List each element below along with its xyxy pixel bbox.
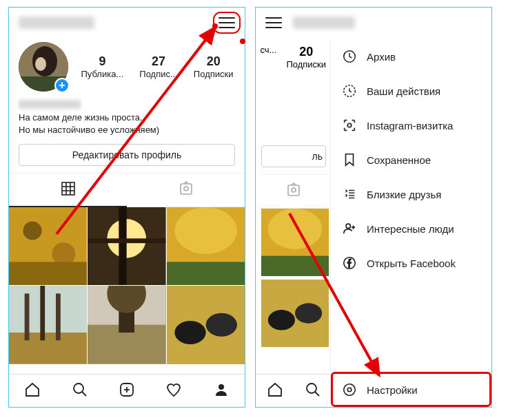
post-thumbnail[interactable] (88, 286, 165, 364)
svg-line-35 (82, 392, 86, 396)
stat-following[interactable]: 20 Подписки (286, 45, 326, 70)
svg-point-10 (184, 187, 188, 191)
menu-saved[interactable]: Сохраненное (331, 143, 491, 177)
menu-label: Сохраненное (367, 154, 431, 166)
menu-label: Близкие друзья (367, 189, 441, 200)
stat-posts[interactable]: 9 Публика... (81, 54, 124, 79)
add-story-icon[interactable]: + (54, 78, 70, 93)
svg-rect-24 (25, 294, 30, 341)
nametag-icon (342, 118, 357, 133)
hamburger-menu-icon[interactable] (219, 17, 235, 28)
tab-tagged-partial[interactable] (261, 174, 326, 209)
stat-posts-count: 9 (81, 54, 124, 69)
tab-grid[interactable] (9, 174, 127, 207)
svg-rect-18 (88, 238, 165, 243)
posts-grid (9, 207, 245, 364)
bio: На самом деле жизнь проста. Но мы настой… (9, 94, 245, 144)
svg-point-59 (344, 384, 356, 396)
menu-label: Архив (367, 51, 396, 63)
svg-line-62 (315, 392, 319, 396)
stat-posts-label: Публика... (81, 69, 124, 79)
svg-point-32 (174, 321, 205, 344)
username-blurred (19, 17, 94, 29)
archive-icon (342, 49, 357, 64)
bottom-nav (9, 374, 245, 407)
svg-point-61 (307, 384, 316, 393)
svg-rect-4 (62, 182, 74, 195)
nav-add[interactable] (119, 381, 135, 401)
stat-following[interactable]: 20 Подписки (194, 54, 234, 79)
menu-label: Открыть Facebook (367, 258, 456, 269)
nav-search[interactable] (72, 381, 88, 401)
post-thumbnail[interactable] (9, 286, 87, 364)
svg-rect-9 (181, 184, 192, 194)
hamburger-menu-icon[interactable] (265, 17, 282, 28)
post-thumbnail[interactable] (261, 209, 329, 279)
stat-following-count: 20 (194, 54, 234, 69)
menu-settings[interactable]: Настройки (331, 372, 491, 407)
menu-close-friends[interactable]: Близкие друзья (331, 177, 491, 211)
stats: 9 Публика... 27 Подпис... 20 Подписки (79, 54, 235, 79)
menu-activity[interactable]: Ваши действия (331, 74, 491, 108)
post-thumbnail[interactable] (9, 207, 87, 285)
svg-rect-23 (9, 333, 87, 364)
tagged-icon (178, 180, 194, 197)
header (9, 8, 245, 38)
edit-profile-partial[interactable]: ль (261, 145, 326, 167)
svg-point-46 (268, 310, 295, 330)
svg-point-60 (347, 388, 352, 392)
menu-discover[interactable]: Интересные люди (331, 211, 491, 246)
menu-archive[interactable]: Архив (331, 39, 491, 74)
svg-rect-14 (9, 262, 87, 285)
svg-point-33 (205, 313, 236, 337)
bio-line-2: Но мы настойчиво ее усложняем) (19, 124, 235, 136)
stat-label: Подписки (286, 59, 326, 70)
bio-line-1: На самом деле жизнь проста. (19, 112, 235, 124)
svg-rect-26 (56, 294, 61, 341)
tagged-icon (285, 182, 302, 198)
post-thumbnail[interactable] (261, 280, 329, 350)
username-blurred (293, 17, 355, 29)
nav-profile[interactable] (213, 381, 230, 401)
svg-point-41 (292, 188, 296, 192)
stat-followers-count: 27 (139, 54, 178, 69)
svg-point-20 (174, 207, 237, 254)
svg-rect-21 (167, 262, 245, 285)
svg-point-47 (295, 303, 322, 323)
menu-facebook[interactable]: Открыть Facebook (331, 246, 491, 280)
header (256, 8, 491, 38)
stat-followers-label: Подпис... (139, 69, 178, 79)
stat-partial: сч... (260, 45, 276, 70)
activity-icon (342, 83, 357, 98)
svg-point-43 (268, 209, 322, 249)
post-thumbnail[interactable] (167, 207, 245, 285)
profile-icon (213, 381, 230, 398)
profile-screen: + 9 Публика... 27 Подпис... 20 Подписки … (8, 7, 245, 408)
edit-profile-button[interactable]: Редактировать профиль (19, 144, 235, 166)
svg-point-55 (346, 224, 350, 228)
nav-activity[interactable] (165, 381, 182, 401)
side-menu: Архив Ваши действия Instagram-визитка Со… (330, 39, 491, 407)
post-thumbnail[interactable] (88, 207, 165, 285)
home-icon (24, 381, 41, 398)
search-icon (305, 381, 321, 398)
svg-rect-40 (288, 185, 299, 196)
avatar[interactable]: + (19, 42, 68, 92)
bottom-nav (256, 374, 332, 407)
nav-search[interactable] (305, 381, 321, 401)
grid-icon (60, 180, 77, 197)
menu-label: Instagram-визитка (367, 120, 453, 132)
discover-people-icon (342, 221, 357, 236)
tab-tagged[interactable] (127, 174, 245, 207)
facebook-icon (342, 255, 357, 271)
close-friends-icon (342, 187, 357, 202)
bookmark-icon (342, 152, 357, 167)
profile-tabs (9, 173, 245, 207)
post-thumbnail[interactable] (167, 286, 245, 364)
stat-followers[interactable]: 27 Подпис... (139, 54, 178, 79)
home-icon (267, 381, 283, 398)
nav-home[interactable] (267, 381, 283, 401)
nav-home[interactable] (24, 381, 41, 401)
menu-nametag[interactable]: Instagram-визитка (331, 108, 491, 143)
settings-icon (342, 382, 357, 397)
